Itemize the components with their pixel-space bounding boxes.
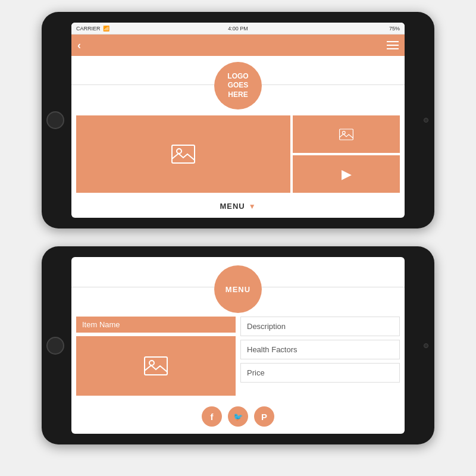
field-price-label: Price	[247, 368, 265, 377]
menu-circle-area: MENU	[71, 257, 405, 317]
field-description: Description	[240, 317, 400, 336]
hamburger-line-1	[387, 41, 399, 42]
logo-circle: LOGO GOES HERE	[214, 62, 262, 109]
field-health-factors-label: Health Factors	[247, 345, 298, 354]
carrier-text: CARRIER	[76, 26, 101, 32]
battery-text: 75%	[389, 26, 400, 32]
item-name-bar: Item Name	[76, 317, 236, 333]
menu-circle[interactable]: MENU	[214, 265, 262, 313]
thumb-image-icon	[339, 129, 353, 140]
field-description-label: Description	[247, 322, 286, 331]
bottom-menu-bar: MENU ▼	[71, 196, 405, 218]
field-price: Price	[240, 363, 400, 383]
status-bar: CARRIER 📶 4:00 PM 75%	[71, 23, 405, 35]
media-thumb-video: ▶	[293, 155, 400, 193]
facebook-button[interactable]: f	[202, 406, 222, 427]
status-right: 75%	[389, 26, 400, 32]
svg-rect-2	[340, 129, 353, 140]
screen-1: CARRIER 📶 4:00 PM 75% ‹ LOGO GOES HERE	[71, 23, 405, 218]
wifi-icon: 📶	[103, 26, 109, 32]
home-button-left[interactable]	[46, 111, 64, 129]
logo-area: LOGO GOES HERE	[71, 56, 405, 112]
menu-arrow-icon: ▼	[249, 202, 256, 211]
item-image-icon	[144, 356, 168, 375]
menu-circle-label: MENU	[226, 285, 250, 294]
camera-right	[424, 118, 428, 123]
media-main-image	[76, 115, 290, 193]
main-image-icon	[171, 145, 195, 164]
hamburger-menu[interactable]	[387, 41, 399, 49]
status-left: CARRIER 📶	[76, 26, 109, 32]
facebook-icon: f	[211, 412, 214, 422]
pinterest-button[interactable]: P	[254, 406, 274, 427]
home-button-left-2[interactable]	[46, 337, 64, 355]
tablet-2: MENU Item Name	[42, 246, 434, 444]
pinterest-icon: P	[261, 412, 267, 422]
item-section: Item Name Description Health Factors	[71, 317, 405, 403]
svg-point-3	[342, 131, 345, 134]
svg-point-1	[177, 149, 181, 154]
media-grid: ▶	[76, 115, 400, 193]
item-image-placeholder	[76, 336, 236, 396]
media-thumb-image	[293, 115, 400, 153]
menu-label: MENU	[220, 202, 245, 211]
twitter-icon: 🐦	[233, 412, 243, 421]
item-name-label: Item Name	[82, 320, 120, 329]
svg-point-5	[149, 361, 154, 365]
svg-rect-0	[172, 145, 195, 163]
status-time: 4:00 PM	[228, 26, 248, 32]
media-side: ▶	[293, 115, 400, 193]
twitter-button[interactable]: 🐦	[228, 406, 248, 427]
tablet-1: CARRIER 📶 4:00 PM 75% ‹ LOGO GOES HERE	[42, 12, 434, 228]
item-left-column: Item Name	[76, 317, 236, 396]
social-bar: f 🐦 P	[71, 403, 405, 434]
logo-text: LOGO GOES HERE	[227, 72, 248, 100]
item-right-column: Description Health Factors Price	[240, 317, 400, 396]
screen-2: MENU Item Name	[71, 257, 405, 434]
hamburger-line-3	[387, 48, 399, 49]
svg-rect-4	[145, 357, 167, 375]
play-icon: ▶	[342, 167, 352, 182]
hamburger-line-2	[387, 45, 399, 46]
back-button[interactable]: ‹	[77, 39, 81, 52]
camera-right-2	[424, 343, 428, 348]
nav-bar: ‹	[71, 35, 405, 56]
field-health-factors: Health Factors	[240, 340, 400, 359]
